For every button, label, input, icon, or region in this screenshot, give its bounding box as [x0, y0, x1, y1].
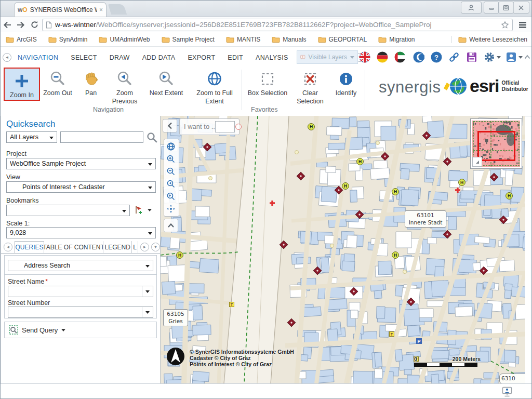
more-bookmarks[interactable]: Weitere Lesezeichen [451, 36, 527, 43]
ribbon-scroll-left-button[interactable]: ◄ [3, 53, 11, 62]
bookmark-item[interactable]: UMAdminWeb [99, 36, 150, 43]
box-selection-button[interactable]: Box Selection [245, 69, 290, 98]
ribbon-tab-select[interactable]: SELECT [71, 54, 97, 61]
close-badge-icon[interactable] [235, 124, 242, 130]
map-next-extent-button[interactable] [164, 190, 178, 203]
back-button[interactable] [1, 19, 14, 31]
sidebar-tab-table-of-content[interactable]: TABLE OF CONTENT [44, 241, 103, 253]
map-toolbar-collapse-button[interactable] [164, 219, 178, 232]
session-button[interactable] [413, 51, 424, 63]
sidebar-tabs-overflow[interactable]: ▼ [151, 243, 160, 251]
zoom-in-button[interactable]: Zoom In [4, 68, 40, 101]
next-extent-button[interactable]: Next Extent [145, 69, 188, 98]
i-want-to-input[interactable] [215, 121, 235, 132]
ribbon-tab-navigation[interactable]: NAVIGATION [18, 54, 58, 61]
sidebar-tabs-scroll-left[interactable]: ◄ [4, 243, 12, 251]
ribbon-tab-add-data[interactable]: ADD DATA [142, 54, 176, 61]
full-extent-icon [191, 69, 238, 89]
ribbon-tab-analysis[interactable]: ANALYSIS [256, 54, 288, 61]
street-name-input[interactable] [8, 286, 142, 297]
bookmark-star-icon[interactable] [501, 21, 509, 29]
ribbon-tab-edit[interactable]: EDIT [228, 54, 243, 61]
street-name-combo[interactable] [8, 286, 153, 297]
map-canvas[interactable]: HHHHHHHHPTTT I want to ... [161, 116, 525, 383]
sidebar-tab-queries[interactable]: QUERIES [15, 241, 44, 253]
bookmark-item[interactable]: ArcGIS [6, 36, 37, 43]
sidebar-tabs-scroll-right[interactable]: ► [140, 243, 149, 251]
menu-button[interactable] [516, 19, 529, 31]
visible-layers-dropdown[interactable]: i Visible Layers [297, 50, 358, 64]
forward-button[interactable] [14, 19, 28, 31]
quicksearch-input[interactable] [60, 131, 143, 143]
overview-extent-rect[interactable] [477, 131, 515, 161]
save-button[interactable] [466, 51, 477, 63]
street-number-input[interactable] [8, 307, 142, 317]
map-zoom-in-button[interactable] [164, 153, 178, 165]
presentation-button[interactable] [501, 387, 513, 397]
tab-close-icon[interactable]: × [99, 6, 103, 14]
overview-collapse-button[interactable] [472, 157, 482, 167]
sidebar-tab-l[interactable]: L [132, 241, 138, 253]
link-icon [448, 51, 460, 63]
help-button[interactable]: ? [431, 51, 442, 63]
bookmark-item[interactable]: SynAdmin [48, 36, 88, 43]
bookmark-item[interactable]: Manuals [272, 36, 306, 43]
street-name-dropdown-button[interactable] [142, 286, 153, 297]
map-zoom-previous-button[interactable] [164, 178, 178, 190]
map-center-button[interactable] [164, 203, 178, 215]
layers-select[interactable]: All Layers [6, 131, 57, 143]
bookmark-item[interactable]: Sample Project [162, 36, 215, 43]
map-zoom-out-button[interactable] [164, 165, 178, 178]
next-extent-icon [145, 69, 188, 89]
project-select[interactable]: WebOffice Sample Project [6, 158, 156, 169]
quicksearch-button[interactable] [147, 132, 157, 143]
zoom-to-full-extent-button[interactable]: Zoom to Full Extent [191, 69, 238, 105]
maximize-button[interactable] [498, 2, 514, 14]
language-arabic-button[interactable] [394, 51, 406, 63]
share-link-button[interactable] [448, 51, 460, 63]
scale-select[interactable]: 9,028 [6, 227, 156, 238]
address-bar[interactable]: w-ws-wintner/WebOffice/synserver;jsessio… [42, 19, 513, 31]
language-german-button[interactable] [377, 51, 388, 63]
ribbon-tab-export[interactable]: EXPORT [188, 54, 215, 61]
pan-button[interactable]: Pan [77, 69, 104, 98]
collapse-ribbon-button[interactable] [524, 55, 530, 59]
street-number-dropdown-button[interactable] [142, 307, 153, 317]
query-type-select[interactable]: Address Search [8, 260, 153, 271]
scale-bar: 0 200 Meters [414, 356, 481, 367]
profile-button[interactable] [461, 2, 482, 14]
send-query-button[interactable]: Send Query [22, 326, 58, 334]
bookmarks-select[interactable] [6, 205, 130, 216]
bookmark-item[interactable]: Migration [378, 36, 415, 43]
language-english-button[interactable] [359, 51, 370, 63]
minimize-button[interactable] [484, 2, 499, 14]
add-bookmark-button[interactable] [134, 205, 152, 215]
clear-selection-button[interactable]: Clear Selection [293, 69, 327, 105]
overview-map[interactable] [470, 118, 522, 169]
toolbar-button-label: Zoom Out [41, 89, 74, 98]
browser-tab[interactable]: wO SYNERGIS WebOffice Wel × [14, 2, 107, 17]
collapse-sidebar-button[interactable] [163, 119, 177, 132]
user-menu-button[interactable] [506, 51, 524, 63]
map-copyright: © SynerGIS Informationssysteme GmbH Cada… [190, 349, 294, 367]
group-label-navigation: Navigation [93, 106, 124, 113]
bookmark-item[interactable]: GEOPORTAL [318, 36, 367, 43]
bookmark-item[interactable]: MANTIS [226, 36, 260, 43]
ribbon-tab-draw[interactable]: DRAW [110, 54, 130, 61]
settings-menu-button[interactable] [484, 51, 502, 63]
street-number-combo[interactable] [8, 307, 153, 318]
zoom-out-button[interactable]: Zoom Out [41, 69, 74, 98]
clear-select-icon [293, 69, 327, 89]
district-label-gries: 63105Gries [163, 309, 188, 326]
i-want-to-widget[interactable]: I want to ... [179, 118, 240, 135]
view-select[interactable]: Points of Interest + Cadaster [6, 181, 156, 193]
sidebar-tab-legend[interactable]: LEGEND [103, 241, 132, 253]
identify-button[interactable]: Identify [330, 69, 362, 98]
new-tab-button[interactable] [108, 4, 127, 15]
chevron-down-icon[interactable] [61, 329, 65, 331]
zoom-previous-button[interactable]: Zoom Previous [108, 69, 142, 105]
close-button[interactable] [513, 2, 529, 14]
map-full-extent-button[interactable] [164, 140, 178, 153]
reload-button[interactable] [28, 19, 41, 31]
page-icon [46, 21, 52, 29]
